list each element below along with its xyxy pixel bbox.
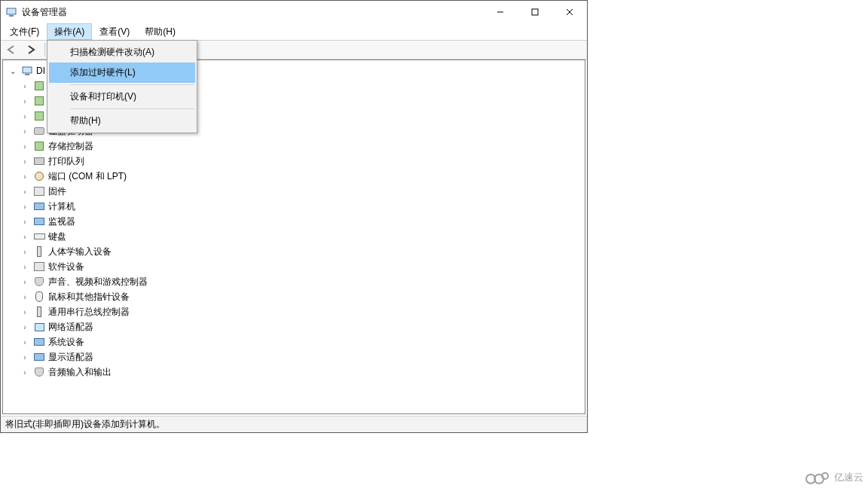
tree-item[interactable]: ›端口 (COM 和 LPT) bbox=[20, 169, 585, 184]
tree-item[interactable]: ›存储控制器 bbox=[20, 139, 585, 154]
chevron-right-icon[interactable]: › bbox=[20, 263, 30, 271]
monitor-icon bbox=[33, 351, 45, 363]
monitor-icon bbox=[33, 215, 45, 227]
app-icon bbox=[5, 6, 17, 18]
status-bar: 将旧式(非即插即用)设备添加到计算机。 bbox=[1, 416, 587, 432]
chevron-right-icon[interactable]: › bbox=[20, 368, 30, 377]
chevron-right-icon[interactable]: › bbox=[20, 157, 30, 166]
status-text: 将旧式(非即插即用)设备添加到计算机。 bbox=[5, 418, 165, 431]
tree-item[interactable]: ›音频输入和输出 bbox=[20, 364, 585, 380]
usb-icon bbox=[33, 246, 45, 258]
tree-item-label: 鼠标和其他指针设备 bbox=[48, 291, 130, 303]
tree-item-label: 监视器 bbox=[48, 215, 75, 228]
chevron-right-icon[interactable]: › bbox=[20, 308, 30, 316]
tree-item-label: 打印队列 bbox=[48, 155, 84, 168]
disk-icon bbox=[33, 125, 45, 137]
chevron-right-icon[interactable]: › bbox=[20, 188, 30, 196]
chevron-right-icon[interactable]: › bbox=[20, 278, 30, 286]
net-icon bbox=[33, 321, 45, 333]
menu-separator bbox=[70, 108, 194, 109]
chevron-right-icon[interactable]: › bbox=[20, 353, 30, 361]
chevron-right-icon[interactable]: › bbox=[20, 172, 30, 181]
spk-icon bbox=[33, 366, 45, 378]
tree-item[interactable]: ›打印队列 bbox=[20, 154, 585, 169]
menu-devices-printers[interactable]: 设备和打印机(V) bbox=[49, 87, 195, 107]
tree-item-label: 系统设备 bbox=[48, 336, 84, 349]
menu-add-legacy-hardware[interactable]: 添加过时硬件(L) bbox=[49, 63, 195, 83]
chevron-right-icon[interactable]: › bbox=[20, 233, 30, 241]
chevron-right-icon[interactable]: › bbox=[20, 293, 30, 301]
port-icon bbox=[33, 170, 45, 182]
chevron-right-icon[interactable]: › bbox=[20, 142, 30, 151]
tree-item-label: 声音、视频和游戏控制器 bbox=[48, 276, 148, 288]
action-dropdown-menu: 扫描检测硬件改动(A) 添加过时硬件(L) 设备和打印机(V) 帮助(H) bbox=[47, 40, 197, 133]
svg-rect-3 bbox=[532, 9, 538, 15]
tree-item-label: 键盘 bbox=[48, 230, 66, 243]
tree-item[interactable]: ›网络适配器 bbox=[20, 319, 585, 334]
printer-icon bbox=[33, 155, 45, 167]
menu-action[interactable]: 操作(A) bbox=[47, 23, 92, 40]
menubar: 文件(F) 操作(A) 查看(V) 帮助(H) bbox=[1, 23, 587, 40]
usb-icon bbox=[33, 306, 45, 318]
computer-icon bbox=[21, 65, 33, 77]
chevron-right-icon[interactable]: › bbox=[20, 97, 30, 105]
chevron-right-icon[interactable]: › bbox=[20, 338, 30, 346]
chevron-right-icon[interactable]: › bbox=[20, 112, 30, 120]
window-title: 设备管理器 bbox=[22, 6, 67, 19]
tree-item-label: 存储控制器 bbox=[48, 140, 93, 153]
watermark-icon bbox=[804, 470, 831, 485]
tree-item[interactable]: ›计算机 bbox=[20, 199, 585, 214]
chevron-right-icon[interactable]: › bbox=[20, 203, 30, 211]
tree-item-label: 音频输入和输出 bbox=[48, 366, 112, 379]
tree-root-label: DI bbox=[36, 66, 45, 76]
tree-item-label: 计算机 bbox=[48, 200, 75, 213]
chip-icon bbox=[33, 140, 45, 152]
svg-rect-1 bbox=[9, 15, 14, 17]
chevron-right-icon[interactable]: › bbox=[20, 82, 30, 90]
close-button[interactable] bbox=[552, 1, 587, 23]
menu-file[interactable]: 文件(F) bbox=[2, 23, 47, 40]
toolbar-separator bbox=[44, 43, 45, 56]
menu-view[interactable]: 查看(V) bbox=[92, 23, 137, 40]
monitor-icon bbox=[33, 200, 45, 212]
tree-item[interactable]: ›人体学输入设备 bbox=[20, 244, 585, 259]
menu-scan-hardware[interactable]: 扫描检测硬件改动(A) bbox=[49, 42, 195, 63]
chevron-right-icon[interactable]: › bbox=[20, 248, 30, 256]
forward-button[interactable] bbox=[23, 42, 40, 57]
tree-item-label: 网络适配器 bbox=[48, 321, 93, 334]
tree-item-label: 人体学输入设备 bbox=[48, 246, 112, 258]
spk-icon bbox=[33, 276, 45, 288]
box-icon bbox=[33, 261, 45, 273]
menu-help[interactable]: 帮助(H) bbox=[49, 111, 195, 131]
tree-item-label: 软件设备 bbox=[48, 261, 84, 273]
chevron-down-icon[interactable]: ⌄ bbox=[8, 67, 18, 75]
tree-item[interactable]: ›鼠标和其他指针设备 bbox=[20, 289, 585, 304]
tree-item[interactable]: ›键盘 bbox=[20, 229, 585, 244]
menu-separator bbox=[70, 84, 194, 85]
tree-item[interactable]: ›固件 bbox=[20, 184, 585, 199]
maximize-button[interactable] bbox=[518, 1, 552, 23]
titlebar: 设备管理器 bbox=[1, 1, 587, 23]
box-icon bbox=[33, 185, 45, 197]
back-button[interactable] bbox=[4, 42, 20, 57]
chip-icon bbox=[33, 110, 45, 122]
menu-help[interactable]: 帮助(H) bbox=[137, 23, 183, 40]
kb-icon bbox=[33, 230, 45, 242]
tree-item[interactable]: ›监视器 bbox=[20, 214, 585, 229]
chevron-right-icon[interactable]: › bbox=[20, 127, 30, 136]
tree-item-label: 通用串行总线控制器 bbox=[48, 306, 130, 319]
chevron-right-icon[interactable]: › bbox=[20, 218, 30, 226]
chevron-right-icon[interactable]: › bbox=[20, 323, 30, 331]
monitor-icon bbox=[33, 336, 45, 348]
tree-item[interactable]: ›声音、视频和游戏控制器 bbox=[20, 274, 585, 289]
tree-item-label: 显示适配器 bbox=[48, 351, 93, 364]
minimize-button[interactable] bbox=[483, 1, 518, 23]
tree-item-label: 固件 bbox=[48, 185, 66, 198]
svg-rect-7 bbox=[25, 74, 29, 75]
tree-item[interactable]: ›软件设备 bbox=[20, 259, 585, 274]
tree-item[interactable]: ›通用串行总线控制器 bbox=[20, 304, 585, 319]
svg-rect-0 bbox=[7, 8, 16, 14]
tree-item[interactable]: ›显示适配器 bbox=[20, 349, 585, 364]
tree-item[interactable]: ›系统设备 bbox=[20, 334, 585, 349]
chip-icon bbox=[33, 80, 45, 92]
